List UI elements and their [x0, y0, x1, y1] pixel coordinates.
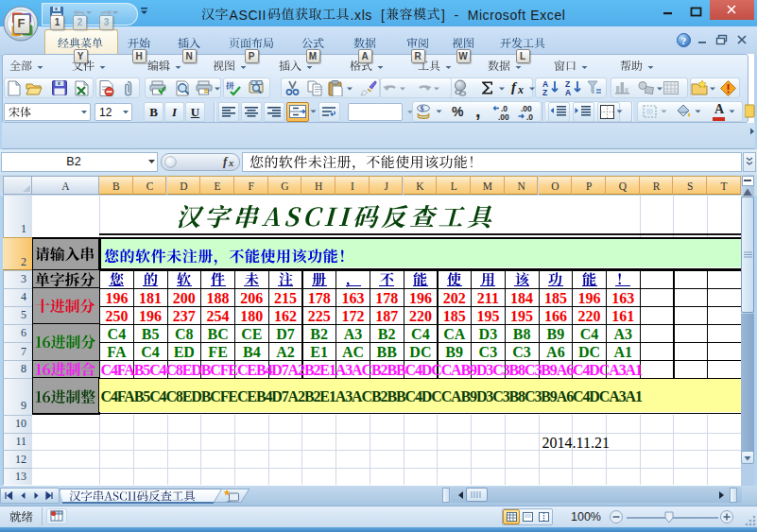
svg-text:.00: .00 [498, 112, 509, 121]
svg-text:Z: Z [542, 88, 547, 96]
svg-text:A: A [565, 88, 571, 96]
svg-text:?: ? [681, 35, 687, 46]
svg-text:$: $ [421, 105, 424, 113]
svg-text:.0: .0 [526, 112, 533, 121]
